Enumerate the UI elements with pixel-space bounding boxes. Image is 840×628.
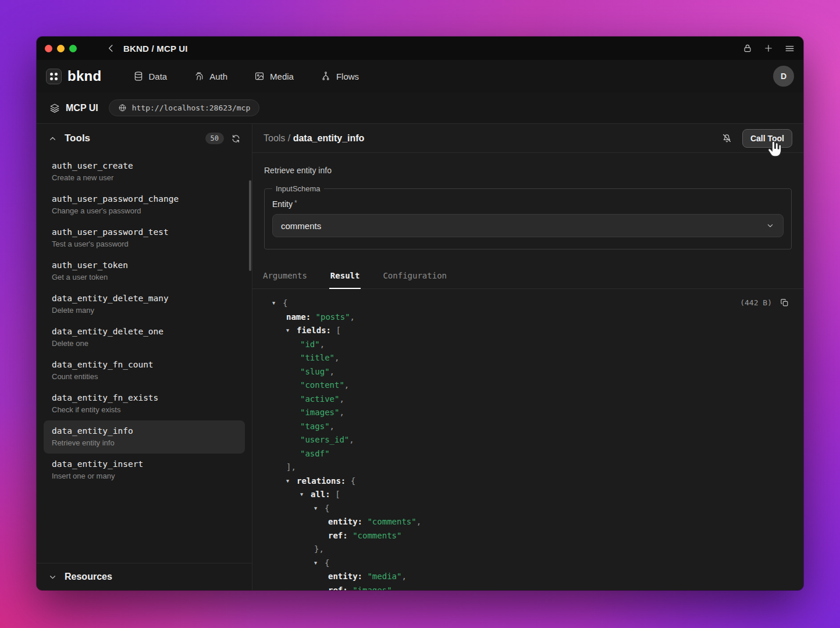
entity-field-label: Entity* <box>272 199 784 209</box>
result-tabs: Arguments Result Configuration <box>252 265 803 289</box>
tool-name: data_entity_fn_count <box>52 360 237 369</box>
code-line: ▼{ <box>252 556 803 570</box>
call-tool-button[interactable]: Call Tool <box>742 129 792 148</box>
tool-description: Delete one <box>52 339 237 348</box>
tab-arguments[interactable]: Arguments <box>262 265 308 288</box>
tool-description: Check if entity exists <box>52 405 237 414</box>
tool-description: Delete many <box>52 306 237 315</box>
globe-icon <box>118 104 127 112</box>
sidebar-item-auth_user_password_test[interactable]: auth_user_password_testTest a user's pas… <box>44 222 245 255</box>
tool-name: data_entity_insert <box>52 459 237 469</box>
code-line: "content", <box>252 379 803 392</box>
collapse-toggle-icon[interactable]: ▼ <box>314 556 325 570</box>
code-line: ref: "comments" <box>252 529 803 543</box>
close-window-button[interactable] <box>45 45 52 52</box>
sidebar-item-auth_user_create[interactable]: auth_user_createCreate a new user <box>44 155 245 188</box>
code-line: "asdf" <box>252 447 803 461</box>
fingerprint-icon <box>194 71 204 81</box>
tool-description: Create a new user <box>52 173 237 182</box>
tool-name: data_entity_delete_many <box>52 294 237 303</box>
tab-configuration[interactable]: Configuration <box>382 265 448 288</box>
response-size: (442 B) <box>740 298 772 307</box>
tools-section-title: Tools <box>65 133 90 144</box>
avatar[interactable]: D <box>773 66 794 87</box>
bknd-logo[interactable]: bknd <box>46 68 102 84</box>
back-button[interactable] <box>106 43 116 53</box>
collapse-toggle-icon[interactable]: ▼ <box>314 502 325 516</box>
zoom-window-button[interactable] <box>69 45 77 52</box>
titlebar: BKND / MCP UI <box>37 37 803 60</box>
code-line: name: "posts", <box>252 311 803 324</box>
nav-item-label: Media <box>270 72 294 81</box>
mcp-url-chip[interactable]: http://localhost:28623/mcp <box>109 99 260 116</box>
breadcrumb-tools[interactable]: Tools / <box>264 133 293 143</box>
menu-icon[interactable] <box>784 43 795 54</box>
mcp-url: http://localhost:28623/mcp <box>132 104 251 112</box>
nav-item-data[interactable]: Data <box>133 71 168 81</box>
app-window: BKND / MCP UI bknd Data <box>37 37 803 590</box>
collapse-toggle-icon[interactable]: ▼ <box>286 474 297 488</box>
code-line: ▼all: [ <box>252 488 803 502</box>
nav-item-auth[interactable]: Auth <box>194 71 227 81</box>
tab-result[interactable]: Result <box>329 265 361 289</box>
breadcrumb-current: data_entity_info <box>293 133 365 143</box>
tool-description-text: Retrieve entity info <box>252 153 803 175</box>
bknd-logo-icon <box>46 69 62 84</box>
code-line: "id", <box>252 338 803 352</box>
nav-item-label: Data <box>149 72 168 81</box>
bell-slash-icon[interactable] <box>721 133 732 144</box>
tool-name: data_entity_delete_one <box>52 327 237 336</box>
sidebar-item-auth_user_password_change[interactable]: auth_user_password_changeChange a user's… <box>44 188 245 222</box>
main-panel: Tools / data_entity_info Call Tool Retri… <box>252 124 803 590</box>
nav-item-label: Auth <box>209 72 227 81</box>
page-title: MCP UI <box>66 103 98 113</box>
tool-name: auth_user_token <box>52 261 237 270</box>
breadcrumb: Tools / data_entity_info <box>264 133 364 144</box>
code-line: }, <box>252 543 803 556</box>
new-tab-icon[interactable] <box>763 43 774 53</box>
collapse-toggle-icon[interactable]: ▼ <box>272 297 283 311</box>
sidebar-item-data_entity_fn_count[interactable]: data_entity_fn_countCount entities <box>44 354 245 387</box>
sidebar-item-auth_user_token[interactable]: auth_user_tokenGet a user token <box>44 255 245 288</box>
tool-description: Change a user's password <box>52 206 237 215</box>
refresh-icon[interactable] <box>231 134 241 144</box>
nav-item-label: Flows <box>336 72 359 81</box>
sidebar-scrollbar-thumb[interactable] <box>249 180 251 271</box>
resources-section-title: Resources <box>65 572 112 582</box>
tool-description: Get a user token <box>52 273 237 281</box>
sidebar-item-data_entity_delete_many[interactable]: data_entity_delete_manyDelete many <box>44 288 245 321</box>
collapse-section-icon[interactable] <box>48 134 58 144</box>
code-line: ▼relations: { <box>252 474 803 488</box>
tool-name: auth_user_password_test <box>52 227 237 237</box>
tools-sidebar: Tools 50 auth_user_createCreate a new us… <box>37 124 252 590</box>
flow-icon <box>321 71 331 81</box>
entity-select[interactable]: comments <box>272 214 784 237</box>
bknd-logo-text: bknd <box>67 68 102 84</box>
code-line: ], <box>252 461 803 474</box>
tool-name: auth_user_password_change <box>52 194 237 204</box>
code-line: entity: "media", <box>252 570 803 584</box>
nav-item-media[interactable]: Media <box>254 71 294 81</box>
tool-name: data_entity_info <box>52 426 237 436</box>
code-line: ▼fields: [ <box>252 324 803 338</box>
copy-icon[interactable] <box>780 298 789 308</box>
required-mark: * <box>294 199 297 207</box>
collapse-toggle-icon[interactable]: ▼ <box>300 488 311 502</box>
minimize-window-button[interactable] <box>57 45 65 52</box>
code-line: "users_id", <box>252 433 803 447</box>
tool-name: data_entity_fn_exists <box>52 393 237 402</box>
input-schema-fieldset: InputSchema Entity* comments <box>264 184 792 249</box>
app-navbar: bknd Data Auth Media <box>37 60 803 92</box>
collapse-toggle-icon[interactable]: ▼ <box>286 324 297 338</box>
result-pane: (442 B) ▼{name: "posts",▼fields: ["id","… <box>252 289 803 590</box>
sidebar-item-data_entity_fn_exists[interactable]: data_entity_fn_existsCheck if entity exi… <box>44 387 245 420</box>
code-line: "slug", <box>252 365 803 379</box>
sidebar-item-data_entity_info[interactable]: data_entity_infoRetrieve entity info <box>44 420 245 454</box>
sidebar-item-data_entity_delete_one[interactable]: data_entity_delete_oneDelete one <box>44 321 245 354</box>
nav-item-flows[interactable]: Flows <box>321 71 359 81</box>
sidebar-item-data_entity_insert[interactable]: data_entity_insertInsert one or many <box>44 454 245 487</box>
resources-section-header[interactable]: Resources <box>37 563 252 590</box>
tool-description: Test a user's password <box>52 240 237 248</box>
lock-icon[interactable] <box>742 43 753 53</box>
tools-count-badge: 50 <box>205 133 224 144</box>
